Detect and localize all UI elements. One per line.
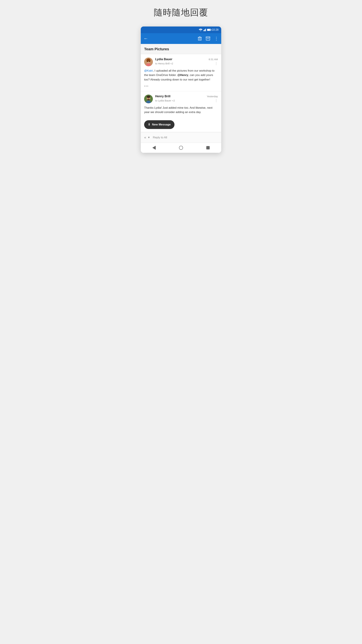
new-message-label: New Message	[152, 122, 171, 127]
reply-bar: « ▼ Reply to All	[141, 132, 221, 143]
page-title: 隨時隨地回覆	[154, 7, 208, 18]
phone-frame: 10:28 ←	[141, 26, 221, 153]
delete-icon[interactable]	[198, 36, 202, 41]
status-icons: 10:28	[199, 28, 219, 31]
svg-rect-1	[204, 30, 205, 31]
nav-back-button[interactable]	[152, 146, 156, 150]
back-button[interactable]: ←	[143, 36, 148, 41]
svg-point-19	[149, 61, 149, 62]
email-meta-henry: Henry Brill Yesterday to Lydia Bauer +2 …	[155, 94, 218, 102]
app-bar-left: ←	[143, 36, 148, 41]
reply-dropdown-icon[interactable]: ▼	[147, 136, 150, 139]
email-time-lydia: 8:31 AM	[209, 58, 218, 61]
recipients-row-lydia: to Henry Brill +2 ⋮	[155, 62, 218, 66]
page-wrapper: 隨時隨地回覆	[136, 7, 226, 153]
email-more-icon-henry[interactable]: ⋮	[215, 98, 218, 102]
email-header-lydia: Lydia Bauer 8:31 AM to Henry Brill +2 ⋮	[144, 58, 218, 66]
svg-rect-0	[203, 30, 204, 31]
nav-bar	[141, 143, 221, 153]
henry-body-text: Thanks Lydia! Just added mine too. And l…	[144, 106, 213, 114]
sender-name-henry: Henry Brill	[155, 94, 170, 98]
email-meta-lydia: Lydia Bauer 8:31 AM to Henry Brill +2 ⋮	[155, 58, 218, 66]
email-recipients-henry: to Lydia Bauer +2	[155, 99, 175, 102]
email-item-lydia: Lydia Bauer 8:31 AM to Henry Brill +2 ⋮ …	[141, 54, 221, 91]
nav-home-button[interactable]	[179, 146, 183, 150]
sender-row-henry: Henry Brill Yesterday	[155, 94, 218, 98]
download-icon: ⇓	[148, 122, 150, 127]
battery-icon	[207, 29, 211, 31]
wifi-icon	[199, 28, 202, 31]
nav-recents-button[interactable]	[206, 146, 210, 150]
avatar-henry	[144, 94, 153, 103]
ellipsis-lydia: •••	[144, 84, 218, 88]
email-item-henry: Henry Brill Yesterday to Lydia Bauer +2 …	[141, 91, 221, 132]
email-body-lydia: @Katri, I uploaded all the pictures from…	[144, 68, 218, 82]
email-thread: Lydia Bauer 8:31 AM to Henry Brill +2 ⋮ …	[141, 54, 221, 143]
avatar-lydia	[144, 58, 153, 66]
email-more-icon-lydia[interactable]: ⋮	[215, 62, 218, 66]
svg-point-23	[147, 99, 150, 100]
app-bar: ← ⋮	[141, 33, 221, 44]
email-time-henry: Yesterday	[207, 95, 218, 98]
mention-henry: @Henry	[177, 74, 188, 77]
mention-katri: @Katri	[144, 69, 153, 72]
status-bar: 10:28	[141, 26, 221, 33]
svg-point-26	[149, 98, 149, 98]
sender-name-lydia: Lydia Bauer	[155, 58, 172, 61]
email-body-henry: Thanks Lydia! Just added mine too. And l…	[144, 106, 218, 129]
svg-point-15	[146, 59, 148, 62]
status-time: 10:28	[212, 28, 219, 31]
recipients-row-henry: to Lydia Bauer +2 ⋮	[155, 98, 218, 102]
svg-point-16	[148, 59, 150, 62]
reply-all-icon[interactable]: «	[144, 135, 146, 140]
archive-icon[interactable]	[206, 36, 210, 40]
email-header-henry: Henry Brill Yesterday to Lydia Bauer +2 …	[144, 94, 218, 103]
email-subject: Team Pictures	[144, 47, 169, 51]
reply-all-text[interactable]: Reply to All	[153, 136, 167, 139]
svg-rect-3	[205, 29, 206, 31]
app-bar-right: ⋮	[198, 36, 219, 41]
svg-rect-2	[205, 29, 205, 31]
svg-point-18	[148, 61, 148, 62]
email-recipients-lydia: to Henry Brill +2	[155, 62, 173, 65]
sender-row-lydia: Lydia Bauer 8:31 AM	[155, 58, 218, 61]
more-options-icon[interactable]: ⋮	[214, 36, 219, 41]
signal-icon	[203, 28, 206, 31]
new-message-button[interactable]: ⇓ New Message	[144, 120, 174, 129]
svg-point-25	[148, 98, 148, 98]
svg-rect-4	[198, 38, 201, 40]
svg-point-22	[147, 96, 150, 98]
svg-rect-10	[206, 38, 210, 40]
subject-header: Team Pictures	[141, 44, 221, 54]
